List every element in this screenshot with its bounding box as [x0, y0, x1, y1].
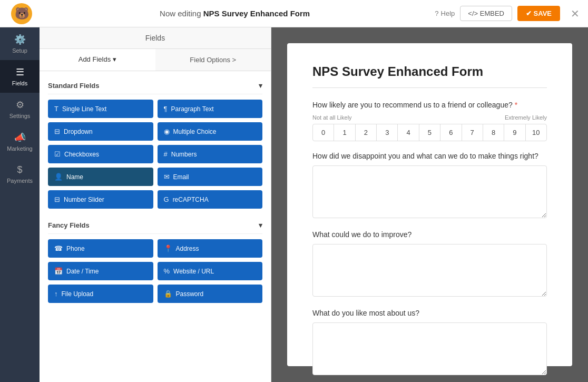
multiple-choice-label: Multiple Choice	[173, 128, 217, 135]
sidebar-label-payments: Payments	[7, 178, 33, 184]
embed-button[interactable]: </> EMBED	[460, 6, 512, 21]
question-q1: How likely are you to recommend us to a …	[312, 101, 547, 141]
field-btn-name[interactable]: 👤 Name	[48, 168, 153, 186]
field-btn-website-url[interactable]: % Website / URL	[158, 262, 263, 280]
q1-required: *	[513, 101, 517, 109]
file-upload-label: File Upload	[62, 290, 94, 298]
sidebar: ⚙️ Setup ☰ Fields ⚙ Settings 📣 Marketing…	[0, 27, 40, 382]
paragraph-text-label: Paragraph Text	[171, 105, 213, 113]
name-label: Name	[66, 173, 83, 181]
field-btn-address[interactable]: 📍 Address	[158, 239, 263, 258]
tab-add-fields[interactable]: Add Fields ▾	[40, 49, 155, 71]
setup-icon: ⚙️	[14, 34, 26, 45]
rating-cell-5[interactable]: 5	[419, 124, 440, 141]
sidebar-item-fields[interactable]: ☰ Fields	[0, 60, 40, 93]
rating-cell-10[interactable]: 10	[526, 124, 546, 141]
sidebar-label-marketing: Marketing	[7, 145, 32, 152]
rating-min-label: Not at all Likely	[312, 114, 352, 121]
field-btn-recaptcha[interactable]: G reCAPTCHA	[158, 190, 263, 209]
title-prefix: Now editing	[160, 9, 203, 18]
recaptcha-label: reCAPTCHA	[173, 196, 209, 203]
tab-field-options[interactable]: Field Options >	[155, 49, 271, 71]
q3-text: What could we do to improve?	[312, 230, 547, 239]
field-btn-password[interactable]: 🔒 Password	[158, 285, 263, 303]
address-icon: 📍	[164, 244, 172, 252]
form-preview: NPS Survey Enhanced Form How likely are …	[271, 27, 588, 382]
fancy-fields-header[interactable]: Fancy Fields ▾	[48, 217, 262, 234]
dropdown-icon: ⊟	[54, 128, 60, 135]
q2-label: How did we disappoint you and what can w…	[312, 152, 538, 160]
phone-label: Phone	[66, 245, 85, 252]
q3-label: What could we do to improve?	[312, 230, 411, 239]
checkboxes-icon: ☑	[54, 150, 61, 158]
file-upload-icon: ↑	[54, 290, 58, 298]
sidebar-item-payments[interactable]: $ Payments	[0, 158, 40, 190]
numbers-icon: #	[164, 150, 168, 158]
marketing-icon: 📣	[14, 132, 26, 143]
rating-scale[interactable]: 012345678910	[312, 124, 547, 141]
password-label: Password	[176, 290, 204, 298]
save-label: ✔ SAVE	[526, 9, 552, 17]
q2-input[interactable]	[312, 165, 547, 218]
sidebar-item-settings[interactable]: ⚙ Settings	[0, 93, 40, 125]
recaptcha-icon: G	[164, 195, 169, 203]
q1-label: How likely are you to recommend us to a …	[312, 101, 513, 109]
q4-input[interactable]	[312, 322, 547, 375]
rating-cell-2[interactable]: 2	[356, 124, 377, 141]
question-q2: How did we disappoint you and what can w…	[312, 152, 547, 230]
datetime-label: Date / Time	[66, 268, 99, 275]
topbar-actions: ? Help </> EMBED ✔ SAVE ✕	[435, 6, 580, 21]
logo-bear	[11, 3, 32, 24]
numbers-label: Numbers	[171, 151, 197, 158]
standard-fields-label: Standard Fields	[48, 82, 100, 90]
field-btn-datetime[interactable]: 📅 Date / Time	[48, 262, 153, 280]
settings-icon: ⚙	[16, 99, 24, 111]
rating-cell-7[interactable]: 7	[462, 124, 483, 141]
q3-input[interactable]	[312, 244, 547, 297]
email-label: Email	[173, 173, 189, 181]
close-button[interactable]: ✕	[571, 7, 580, 20]
main-layout: ⚙️ Setup ☰ Fields ⚙ Settings 📣 Marketing…	[0, 27, 588, 382]
paragraph-text-icon: ¶	[164, 105, 168, 113]
field-btn-numbers[interactable]: # Numbers	[158, 145, 263, 163]
number-slider-label: Number Slider	[64, 196, 104, 203]
standard-fields-header[interactable]: Standard Fields ▾	[48, 77, 262, 94]
sidebar-item-setup[interactable]: ⚙️ Setup	[0, 27, 40, 60]
sidebar-label-setup: Setup	[12, 47, 27, 54]
field-btn-number-slider[interactable]: ⊟ Number Slider	[48, 190, 153, 209]
rating-cell-8[interactable]: 8	[483, 124, 504, 141]
payments-icon: $	[17, 164, 22, 175]
field-btn-phone[interactable]: ☎ Phone	[48, 239, 153, 258]
sidebar-item-marketing[interactable]: 📣 Marketing	[0, 125, 40, 158]
sidebar-label-fields: Fields	[12, 80, 27, 86]
topbar: Now editing NPS Survey Enhanced Form ? H…	[0, 0, 588, 27]
fancy-fields-chevron: ▾	[259, 221, 262, 229]
checkboxes-label: Checkboxes	[64, 151, 99, 158]
website-url-label: Website / URL	[173, 268, 214, 275]
rating-max-label: Extremely Likely	[505, 114, 547, 121]
fields-icon: ☰	[16, 66, 24, 78]
save-button[interactable]: ✔ SAVE	[517, 6, 560, 21]
help-label: Help	[441, 9, 455, 17]
q4-text: What do you like most about us?	[312, 309, 547, 317]
field-btn-dropdown[interactable]: ⊟ Dropdown	[48, 122, 153, 141]
field-btn-single-line-text[interactable]: T Single Line Text	[48, 100, 153, 118]
standard-fields-chevron: ▾	[259, 82, 262, 90]
rating-cell-6[interactable]: 6	[440, 124, 462, 141]
form-card: NPS Survey Enhanced Form How likely are …	[287, 43, 572, 366]
rating-cell-0[interactable]: 0	[313, 124, 334, 141]
rating-cell-4[interactable]: 4	[398, 124, 419, 141]
help-button[interactable]: ? Help	[435, 9, 455, 17]
fields-content: Standard Fields ▾ T Single Line Text ¶ P…	[40, 71, 271, 382]
field-btn-paragraph-text[interactable]: ¶ Paragraph Text	[158, 100, 263, 118]
fancy-fields-grid: ☎ Phone 📍 Address 📅 Date / Time % Websit…	[48, 239, 262, 303]
field-btn-email[interactable]: ✉ Email	[158, 168, 263, 186]
field-btn-file-upload[interactable]: ↑ File Upload	[48, 285, 153, 303]
field-btn-multiple-choice[interactable]: ◉ Multiple Choice	[158, 122, 263, 141]
rating-cell-1[interactable]: 1	[334, 124, 355, 141]
rating-cell-3[interactable]: 3	[377, 124, 398, 141]
field-btn-checkboxes[interactable]: ☑ Checkboxes	[48, 145, 153, 163]
rating-cell-9[interactable]: 9	[504, 124, 525, 141]
field-options-label: Field Options >	[190, 56, 236, 64]
logo	[8, 3, 35, 24]
